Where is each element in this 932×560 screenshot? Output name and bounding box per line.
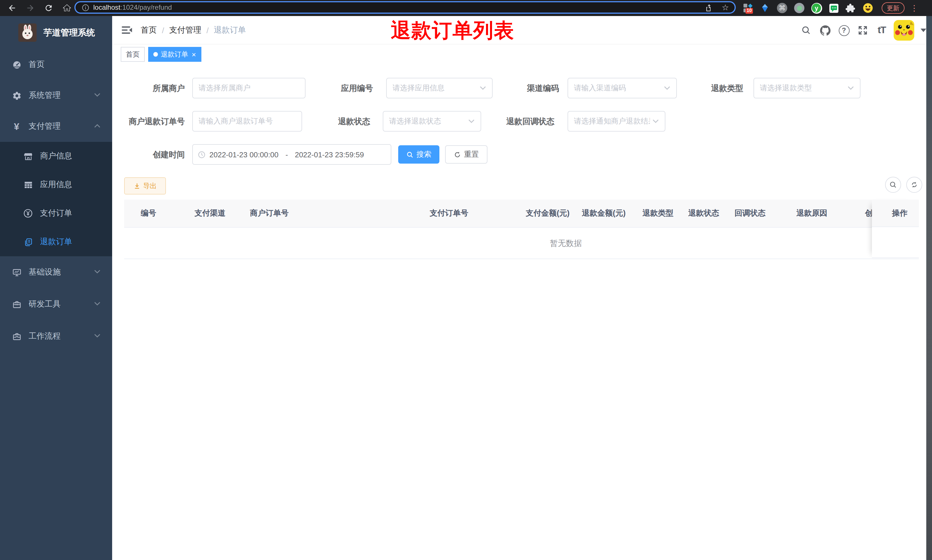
extension-grid-icon[interactable]: 10 [742,2,754,14]
chevron-down-icon [480,86,486,91]
avatar-caret-icon[interactable] [921,29,926,32]
merchant-input[interactable]: 请选择所属商户 [192,78,306,98]
extension-chat-icon[interactable] [828,2,839,14]
breadcrumb-section[interactable]: 支付管理 [169,25,201,35]
sidebar-item-devtools[interactable]: 研发工具 [0,288,112,320]
sidebar-item-pay-order[interactable]: 支付订单 [0,199,112,228]
y-circle-icon: y [811,3,822,14]
refund-status-placeholder: 请选择退款状态 [389,116,466,126]
reset-button[interactable]: 重置 [445,145,488,164]
column-header-pay-order-no[interactable]: 支付订单号 [430,200,468,227]
filter-label-merchant-refund-no: 商户退款订单号 [116,111,185,132]
sidebar-item-label: 系统管理 [29,91,61,101]
browser-chrome: localhost:1024/pay/refund ☆ 10 [0,0,932,16]
export-button-label: 导出 [143,181,157,191]
avatar[interactable] [894,20,914,41]
channel-placeholder: 请输入渠道编码 [574,83,661,93]
column-header-channel[interactable]: 支付渠道 [195,200,225,227]
browser-home-button[interactable] [62,3,72,13]
sidebar-item-home[interactable]: 首页 [0,49,112,80]
browser-reload-button[interactable] [43,3,54,13]
filter-label-merchant: 所属商户 [122,78,185,98]
tag-active-dot-icon [153,52,158,57]
browser-back-button[interactable] [7,3,17,13]
site-info-icon[interactable] [81,3,90,12]
column-header-refund-type[interactable]: 退款类型 [643,200,674,227]
column-header-refund-amount[interactable]: 退款金额(元) [582,200,626,227]
refund-table: 编号 支付渠道 商户订单号 支付订单号 支付金额(元) 退款金额(元) 退款类型… [124,200,919,259]
refund-type-select[interactable]: 请选择退款类型 [754,78,860,98]
sidebar-item-system[interactable]: 系统管理 [0,80,112,111]
share-icon[interactable] [705,3,714,12]
extension-kite-icon[interactable] [759,2,771,14]
reset-button-label: 重置 [464,149,479,160]
header-search-button[interactable] [799,23,813,37]
font-size-button[interactable]: tT [875,23,889,37]
sidebar-item-pay[interactable]: ¥ 支付管理 [0,111,112,142]
column-header-pay-amount[interactable]: 支付金额(元) [526,200,569,227]
browser-menu-button[interactable]: ⋮ [910,3,916,12]
browser-forward-button[interactable] [25,3,35,13]
fixed-column-empty-cell [872,227,919,258]
github-link-button[interactable] [818,23,832,37]
page-title-annotation: 退款订单列表 [391,18,514,43]
app-select[interactable]: 请选择应用信息 [386,78,493,98]
refresh-table-button[interactable] [906,177,922,193]
extension-record-icon[interactable] [794,2,805,14]
extension-puzzle-icon[interactable] [845,2,857,14]
notify-status-placeholder: 请选择通知商户退款结果的 [574,116,650,126]
sidebar-item-workflow[interactable]: 工作流程 [0,320,112,352]
pikachu-avatar-icon [894,20,914,41]
create-time-range-picker[interactable]: 2022-01-23 00:00:00 - 2022-01-23 23:59:5… [192,144,391,165]
search-button[interactable]: 搜索 [398,145,439,164]
forward-icon [26,3,35,12]
filter-label-refund-status: 退款状态 [307,111,370,132]
sidebar: 芋道管理系统 首页 系统管理 ¥ 支付管理 [0,16,112,560]
chevron-down-icon [468,119,475,123]
column-header-refund-reason[interactable]: 退款原因 [797,200,827,227]
font-size-icon: tT [878,25,886,36]
window-scrollbar[interactable] [926,16,932,560]
tag-close-icon[interactable]: × [192,51,196,58]
column-header-merchant-order-no[interactable]: 商户订单号 [250,200,289,227]
sidebar-item-label: 支付管理 [29,121,61,132]
tag-refund-order[interactable]: 退款订单 × [148,47,201,62]
help-button[interactable]: ? [837,23,851,37]
sidebar-toggle-button[interactable] [121,24,133,37]
sidebar-item-app-info[interactable]: 应用信息 [0,171,112,199]
notify-status-select[interactable]: 请选择通知商户退款结果的 [568,111,665,132]
refund-list-page: 所属商户 请选择所属商户 应用编号 请选择应用信息 渠道编码 请输入渠道编码 退… [112,64,932,560]
clock-icon [197,150,206,159]
url-bar[interactable]: localhost:1024/pay/refund ☆ [74,1,736,14]
tag-home[interactable]: 首页 [121,47,145,62]
column-header-id[interactable]: 编号 [141,200,156,227]
column-header-create-time-clipped[interactable]: 创建时间 [861,200,872,227]
filter-label-refund-type: 退款类型 [680,78,743,98]
extension-command-icon[interactable]: ⌘ [777,2,788,14]
column-header-action[interactable]: 操作 [872,200,919,227]
channel-select[interactable]: 请输入渠道编码 [568,78,677,98]
sidebar-item-refund-order[interactable]: 退款订单 [0,228,112,256]
export-button[interactable]: 导出 [124,177,166,194]
table-fixed-action-column: 操作 [872,200,919,258]
sidebar-item-merchant-info[interactable]: 商户信息 [0,142,112,171]
sidebar-logo[interactable]: 芋道管理系统 [0,16,112,49]
extension-emoji-icon[interactable] [862,2,874,14]
navbar-actions: ? tT [799,16,926,45]
refund-status-select[interactable]: 请选择退款状态 [383,111,481,132]
fullscreen-button[interactable] [856,23,870,37]
sidebar-item-label: 商户信息 [40,151,72,161]
url-host: localhost [93,3,120,11]
bookmark-star-icon[interactable]: ☆ [722,3,729,11]
extension-y-icon[interactable]: y [811,2,822,14]
breadcrumb-home[interactable]: 首页 [141,25,157,35]
sidebar-item-label: 基础设施 [29,267,61,277]
show-search-button[interactable] [885,177,901,193]
column-header-callback-status[interactable]: 回调状态 [735,200,766,227]
search-icon [801,25,811,35]
home-icon [62,3,72,12]
browser-update-button[interactable]: 更新 [882,2,904,14]
column-header-refund-status[interactable]: 退款状态 [688,200,719,227]
merchant-refund-no-input[interactable]: 请输入商户退款订单号 [192,111,302,132]
sidebar-item-infra[interactable]: 基础设施 [0,256,112,288]
